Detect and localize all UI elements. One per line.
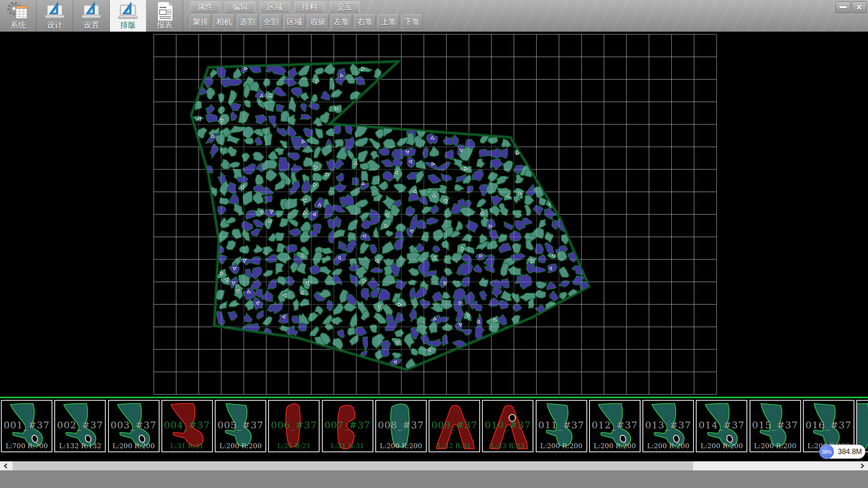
piece-id: 006_#37 — [269, 420, 319, 431]
piece-lr-count: L:21 R:21 — [269, 442, 319, 450]
tab-properties[interactable]: 属性 — [190, 1, 220, 13]
piece-lr-count: L:31 R:31 — [162, 442, 212, 450]
piece-thumbnail-11[interactable]: 011_#37L:200 R:200 — [536, 400, 587, 452]
minimize-icon — [840, 6, 847, 8]
piece-lr-count: L:200 R:200 — [376, 442, 426, 450]
piece-id: 014_#37 — [697, 420, 746, 431]
laptop-ruler-icon — [80, 1, 102, 22]
piece-id: 016_#37 — [804, 420, 854, 431]
piece-thumbnail-1[interactable]: 001_#37L:700 R:700 — [1, 400, 52, 452]
laptop-ruler-icon — [117, 1, 139, 22]
report-doc-icon — [154, 1, 175, 22]
tool-buttons: 聚排相机选割全割区域瑕疵左靠右靠上靠下靠 — [190, 14, 423, 29]
tab-nesting[interactable]: 排料 — [295, 1, 325, 13]
piece-id: 002_#37 — [55, 420, 105, 431]
piece-lr-count: L:700 R:700 — [2, 442, 52, 450]
tool-align-bottom[interactable]: 下靠 — [401, 14, 423, 29]
piece-lr-count: L:200 R:200 — [216, 442, 265, 450]
status-bar — [0, 470, 868, 488]
piece-lr-count: L:32 R:31 — [429, 442, 479, 450]
close-button[interactable]: ✕ — [852, 1, 867, 13]
piece-lr-count: L:200 R:200 — [590, 442, 640, 450]
piece-thumbnail-3[interactable]: 003_#37L:200 R:200 — [108, 400, 160, 452]
piece-id: 001_#37 — [2, 420, 52, 431]
nav-item-label: 系统 — [0, 20, 36, 30]
piece-thumbnail-7[interactable]: 007_#37L:31 R:31 — [322, 400, 373, 452]
nav-item-report[interactable]: 报表 — [146, 0, 183, 32]
tool-align-top[interactable]: 上靠 — [378, 14, 399, 29]
chevron-left-icon — [4, 463, 9, 468]
nav-item-label: 报表 — [146, 20, 183, 30]
piece-id: 008_#37 — [376, 420, 426, 431]
filmstrip-top-border-2 — [0, 398, 868, 399]
piece-thumbnail-5[interactable]: 005_#37L:200 R:200 — [215, 400, 266, 452]
tab-region[interactable]: 区域 — [260, 1, 290, 13]
piece-lr-count: L:200 R:200 — [537, 442, 586, 450]
tool-defect[interactable]: 瑕疵 — [307, 14, 329, 29]
piece-thumbnail-6[interactable]: 006_#37L:21 R:21 — [268, 400, 320, 452]
piece-id: 012_#37 — [590, 420, 640, 431]
tool-align-left[interactable]: 左靠 — [331, 14, 352, 29]
nesting-canvas-svg — [0, 32, 868, 397]
scroll-left-button[interactable] — [0, 461, 13, 470]
progress-percent: 38% — [821, 449, 831, 455]
nav-item-design[interactable]: 设计 — [37, 0, 73, 32]
nav-item-system[interactable]: 系统 — [0, 0, 37, 32]
piece-id: 015_#37 — [750, 420, 800, 431]
nav-item-label: 设置 — [73, 20, 109, 30]
piece-id: 007_#37 — [323, 420, 373, 431]
piece-id: 004_#37 — [162, 420, 212, 431]
toolbar: 系统设计设置排版报表 属性编辑区域排料交互 聚排相机选割全割区域瑕疵左靠右靠上靠… — [0, 0, 868, 32]
piece-id: 011_#37 — [537, 420, 586, 431]
piece-filmstrip: 001_#37L:700 R:700002_#37L:132 R:132003_… — [0, 397, 868, 461]
piece-thumbnail-2[interactable]: 002_#37L:132 R:132 — [54, 400, 106, 452]
piece-lr-count: L:132 R:132 — [55, 442, 105, 450]
tab-edit[interactable]: 编辑 — [225, 1, 255, 13]
piece-thumbnail-4[interactable]: 004_#37L:31 R:31 — [161, 400, 213, 452]
nesting-canvas[interactable] — [0, 32, 868, 397]
piece-lr-count: L:33 R:33 — [483, 442, 533, 450]
progress-badge: 38% — [819, 444, 834, 459]
chevron-right-icon — [859, 463, 864, 468]
piece-lr-count: L:200 R:200 — [697, 442, 746, 450]
scroll-right-button[interactable] — [855, 461, 868, 470]
tool-select-cut[interactable]: 选割 — [237, 14, 258, 29]
gear-table-icon — [7, 1, 29, 22]
app-window: 系统设计设置排版报表 属性编辑区域排料交互 聚排相机选割全割区域瑕疵左靠右靠上靠… — [0, 0, 868, 488]
piece-id: 010_#37 — [483, 420, 533, 431]
nav-item-label: 排版 — [110, 20, 146, 30]
nav-item-settings[interactable]: 设置 — [73, 0, 110, 32]
piece-lr-count: L:200 R:200 — [109, 442, 159, 450]
piece-id: 009_#37 — [429, 420, 479, 431]
tool-cluster-nest[interactable]: 聚排 — [190, 14, 211, 29]
piece-id: 003_#37 — [109, 420, 159, 431]
piece-id: 013_#37 — [643, 420, 693, 431]
horizontal-scrollbar[interactable] — [0, 461, 868, 470]
tool-align-right[interactable]: 右靠 — [354, 14, 376, 29]
piece-thumbnail-8[interactable]: 008_#37L:200 R:200 — [375, 400, 427, 452]
nav-item-label: 设计 — [37, 20, 73, 30]
piece-lr-count: L:200 R:200 — [643, 442, 693, 450]
piece-thumbnail-10[interactable]: 010_#37L:33 R:33 — [482, 400, 533, 452]
memory-value: 384.8M — [836, 448, 864, 456]
piece-id: 005_#37 — [216, 420, 265, 431]
piece-lr-count: L:200 R:200 — [750, 442, 800, 450]
scrollbar-thumb[interactable] — [13, 461, 693, 470]
main-nav: 系统设计设置排版报表 — [0, 0, 183, 32]
minimize-button[interactable] — [835, 1, 850, 13]
laptop-ruler-icon — [44, 1, 66, 22]
piece-lr-count: L:31 R:31 — [323, 442, 373, 450]
nav-item-layout[interactable]: 排版 — [110, 0, 146, 32]
piece-thumbnail-9[interactable]: 009_#37L:32 R:31 — [429, 400, 480, 452]
piece-shape — [857, 401, 868, 451]
piece-thumbnail-13[interactable]: 013_#37L:200 R:200 — [642, 400, 694, 452]
tool-region[interactable]: 区域 — [284, 14, 305, 29]
tool-cut-all[interactable]: 全割 — [260, 14, 282, 29]
piece-thumbnail-12[interactable]: 012_#37L:200 R:200 — [589, 400, 641, 452]
tool-camera[interactable]: 相机 — [213, 14, 235, 29]
window-controls: ✕ — [835, 1, 867, 13]
piece-thumbnail-15[interactable]: 015_#37L:200 R:200 — [750, 400, 801, 452]
close-icon: ✕ — [856, 3, 862, 12]
piece-thumbnail-14[interactable]: 014_#37L:200 R:200 — [696, 400, 747, 452]
tab-interact[interactable]: 交互 — [330, 1, 359, 13]
